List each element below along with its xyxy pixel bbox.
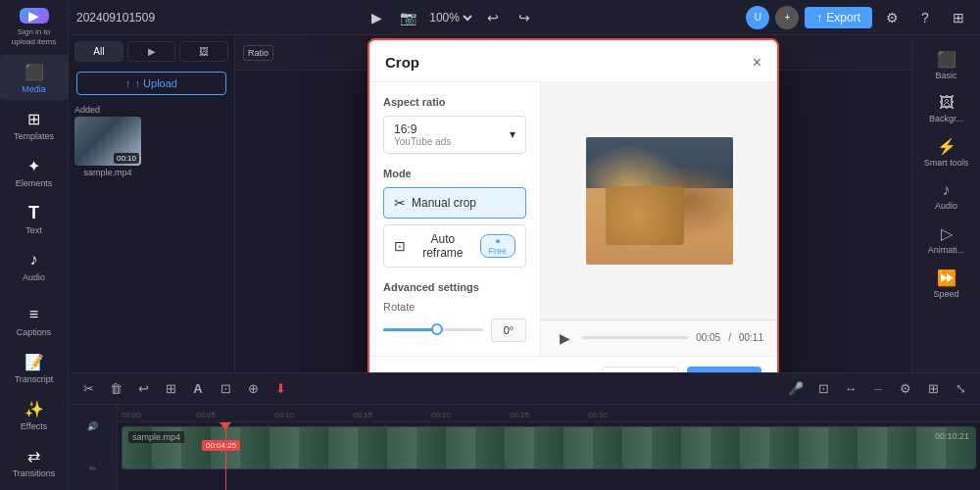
- background-label: Backgr...: [929, 114, 963, 123]
- rotate-value: 0°: [491, 318, 526, 342]
- apply-button[interactable]: ✓ Apply: [687, 367, 761, 373]
- layout-button[interactable]: ⊞: [945, 4, 972, 31]
- tab-video[interactable]: ▶: [127, 41, 176, 62]
- aspect-ratio-label: Aspect ratio: [383, 96, 526, 108]
- advanced-section: Advanced settings Rotate 0°: [383, 281, 526, 342]
- logo-icon: ▶: [28, 8, 39, 24]
- tl-expand-button[interactable]: ↔: [839, 377, 862, 401]
- redo-button[interactable]: ↪: [511, 4, 538, 31]
- avatar[interactable]: U: [746, 6, 769, 29]
- tl-add-button[interactable]: ⊕: [241, 377, 265, 401]
- help-button[interactable]: ?: [911, 4, 939, 31]
- sidebar-item-effects[interactable]: ✨ Effects: [0, 392, 68, 437]
- crop-timeline-progress[interactable]: [582, 336, 688, 339]
- right-audio-label: Audio: [935, 201, 957, 211]
- upload-icon: ↑: [125, 77, 131, 89]
- timeline-tracks: 00:00 00:05 00:10 00:15 00:20 00:25 00:3…: [118, 405, 980, 490]
- crop-play-button[interactable]: ▶: [555, 328, 574, 348]
- aspect-ratio-text: 16:9 YouTube ads: [394, 122, 451, 147]
- right-panel-smart[interactable]: ⚡ Smart tools: [912, 131, 980, 173]
- upload-button[interactable]: ↑ ↑ Upload: [76, 72, 226, 95]
- top-bar-center: ▶ 📷 100% 75% 50% ↩ ↪: [161, 4, 740, 31]
- sidebar-item-templates[interactable]: ⊞ Templates: [0, 102, 68, 147]
- sign-in-text[interactable]: Sign in toupload items: [12, 27, 56, 46]
- sidebar-label-transitions: Transitions: [13, 468, 56, 478]
- screenshot-button[interactable]: 📷: [394, 4, 421, 31]
- tl-text-button[interactable]: A: [186, 377, 210, 401]
- manual-crop-label: Manual crop: [412, 196, 476, 210]
- current-time-badge: 00:04:25: [202, 440, 240, 451]
- tl-label-volume: 🔊: [69, 405, 117, 448]
- canvas-preview: Crop × Aspect ratio 16:9: [235, 71, 911, 372]
- aspect-ratio-value: 16:9: [394, 122, 451, 136]
- tl-separate-button[interactable]: ⏤: [866, 377, 890, 401]
- speed-icon: ⏩: [937, 269, 956, 287]
- manual-crop-icon: ✂: [394, 195, 406, 211]
- right-panel-animate[interactable]: ▷ Animati...: [912, 219, 980, 261]
- tl-undo-button[interactable]: ↩: [131, 377, 155, 401]
- sidebar-item-elements[interactable]: ✦ Elements: [0, 149, 68, 194]
- video-track[interactable]: sample.mp4 00:10:21: [122, 426, 976, 469]
- top-bar-left: 202409101509: [76, 11, 155, 24]
- reset-button[interactable]: ↺ Reset: [602, 367, 679, 373]
- sidebar-item-transitions[interactable]: ⇄ Transitions: [0, 439, 68, 484]
- zoom-select[interactable]: 100% 75% 50%: [425, 10, 475, 25]
- tl-fullscreen-button[interactable]: ⤡: [949, 377, 972, 401]
- transcript-icon: 📝: [24, 351, 45, 372]
- sidebar-item-audio[interactable]: ♪ Audio: [0, 243, 68, 288]
- sidebar-label-media: Media: [22, 84, 46, 94]
- rotate-slider[interactable]: [383, 328, 483, 331]
- sidebar-item-text[interactable]: T Text: [0, 196, 68, 241]
- rotate-row: 0°: [383, 318, 526, 342]
- ruler-mark-0: 00:00: [122, 411, 141, 419]
- tl-split-button[interactable]: ⊞: [159, 377, 182, 401]
- sidebar-label-captions: Captions: [17, 327, 52, 337]
- right-panel: ⬛ Basic 🖼 Backgr... ⚡ Smart tools ♪ Audi…: [911, 35, 980, 372]
- sidebar-item-media[interactable]: ⬛ Media: [0, 55, 68, 100]
- undo-button[interactable]: ↩: [479, 4, 507, 31]
- tl-download-button[interactable]: ⬇: [269, 377, 292, 401]
- advanced-label: Advanced settings: [383, 281, 526, 293]
- tl-crop-button[interactable]: ⊡: [214, 377, 237, 401]
- media-thumbnail[interactable]: 00:10: [74, 117, 141, 166]
- right-audio-icon: ♪: [943, 181, 951, 199]
- sidebar-item-transcript[interactable]: 📝 Transcript: [0, 345, 68, 390]
- right-panel-audio[interactable]: ♪ Audio: [912, 175, 980, 217]
- tl-label-edit[interactable]: ✏: [69, 448, 117, 491]
- crop-close-button[interactable]: ×: [753, 54, 761, 72]
- tl-cut-button[interactable]: ✂: [76, 377, 100, 401]
- right-panel-basic[interactable]: ⬛ Basic: [912, 44, 980, 86]
- export-button[interactable]: ↑ Export: [805, 7, 872, 28]
- aspect-ratio-select[interactable]: 16:9 YouTube ads ▾: [383, 116, 526, 154]
- tl-grid-button[interactable]: ⊡: [811, 377, 835, 401]
- tab-image[interactable]: 🖼: [179, 41, 228, 62]
- sidebar-item-captions[interactable]: ≡ Captions: [0, 298, 68, 343]
- mode-auto-button[interactable]: ⊡ Auto reframe ● Free: [383, 224, 526, 268]
- ruler-mark-2: 00:10: [274, 411, 294, 419]
- avatar-2[interactable]: +: [775, 6, 799, 29]
- ruler-mark-1: 00:05: [196, 411, 216, 419]
- tl-mic-button[interactable]: 🎤: [784, 377, 808, 401]
- app-logo[interactable]: ▶: [20, 8, 49, 24]
- tl-settings-button[interactable]: ⚙: [894, 377, 917, 401]
- sidebar-item-filters[interactable]: 🎨 Filters: [0, 486, 68, 490]
- timeline-content: 🔊 ✏ 00:00 00:05 00:10 00:15 00:20 00:25 …: [69, 405, 980, 490]
- transitions-icon: ⇄: [24, 445, 45, 466]
- project-name: 202409101509: [76, 11, 155, 24]
- timeline-toolbar: ✂ 🗑 ↩ ⊞ A ⊡ ⊕ ⬇ 🎤 ⊡ ↔ ⏤ ⚙ ⊞ ⤡: [69, 373, 980, 405]
- ruler-mark-4: 00:20: [431, 411, 451, 419]
- preview-dogs: [606, 186, 684, 245]
- right-panel-background[interactable]: 🖼 Backgr...: [912, 88, 980, 129]
- play-button[interactable]: ▶: [363, 4, 390, 31]
- right-panel-speed[interactable]: ⏩ Speed: [912, 263, 980, 305]
- crop-time-total: 00:11: [739, 332, 763, 343]
- mode-manual-button[interactable]: ✂ Manual crop: [383, 187, 526, 219]
- mode-label: Mode: [383, 168, 526, 179]
- ratio-button[interactable]: Ratio: [243, 45, 273, 61]
- rotate-slider-thumb[interactable]: [431, 323, 443, 335]
- tab-all[interactable]: All: [74, 41, 123, 62]
- media-item-added[interactable]: Added 00:10 sample.mp4: [74, 105, 141, 177]
- tl-delete-button[interactable]: 🗑: [104, 377, 127, 401]
- settings-button[interactable]: ⚙: [878, 4, 906, 31]
- tl-zoom-button[interactable]: ⊞: [921, 377, 945, 401]
